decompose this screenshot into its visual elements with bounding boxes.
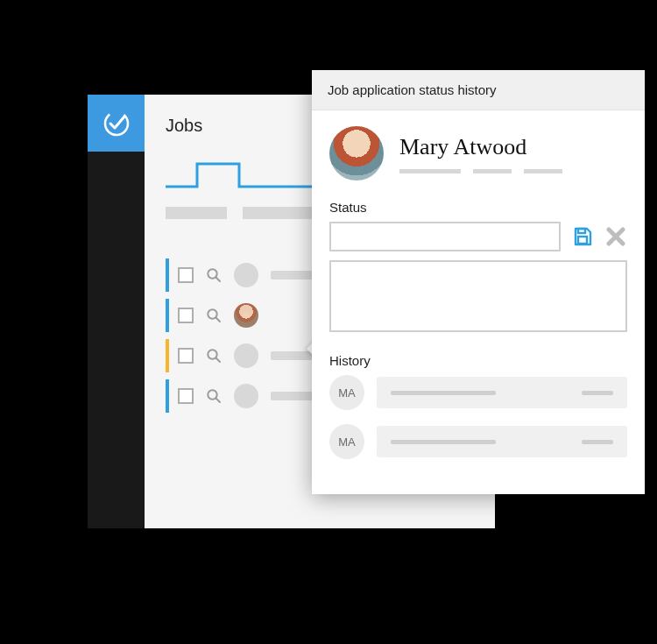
app-logo[interactable] (88, 95, 145, 152)
history-text-placeholder (391, 440, 496, 444)
row-checkbox[interactable] (178, 308, 194, 323)
svg-point-0 (102, 109, 131, 138)
row-checkbox[interactable] (178, 388, 194, 404)
save-button[interactable] (571, 225, 594, 248)
search-icon[interactable] (206, 267, 222, 283)
history-entry[interactable] (377, 426, 627, 457)
candidate-header: Mary Atwood (329, 126, 627, 180)
popover-title: Job application status history (312, 70, 645, 110)
row-checkbox[interactable] (178, 267, 194, 283)
svg-rect-10 (578, 237, 587, 244)
candidate-meta-placeholders (399, 169, 627, 173)
candidate-avatar[interactable] (234, 343, 258, 368)
history-item: MA (329, 375, 627, 410)
search-icon[interactable] (206, 348, 222, 364)
history-label: History (329, 353, 627, 368)
status-notes[interactable] (329, 260, 627, 332)
svg-line-8 (216, 399, 221, 403)
candidate-avatar[interactable] (234, 384, 258, 408)
search-icon[interactable] (206, 308, 222, 323)
candidate-avatar[interactable] (234, 263, 258, 287)
history-avatar: MA (329, 375, 364, 410)
history-meta-placeholder (582, 440, 613, 444)
svg-line-6 (216, 358, 221, 363)
candidate-avatar[interactable] (234, 303, 258, 328)
history-text-placeholder (391, 391, 496, 395)
history-entry[interactable] (377, 377, 627, 408)
svg-line-4 (216, 318, 221, 322)
svg-rect-9 (578, 229, 585, 233)
search-icon[interactable] (206, 388, 222, 404)
status-history-popover: Job application status history Mary Atwo… (312, 70, 645, 494)
close-icon (606, 227, 625, 246)
cancel-button[interactable] (604, 225, 627, 248)
checkmark-badge-icon (102, 109, 131, 138)
status-label: Status (329, 200, 627, 215)
sidebar (88, 95, 145, 528)
status-input[interactable] (329, 222, 561, 251)
history-item: MA (329, 424, 627, 459)
candidate-name: Mary Atwood (399, 134, 627, 160)
history-meta-placeholder (582, 391, 613, 395)
history-avatar: MA (329, 424, 364, 459)
candidate-avatar-large[interactable] (329, 126, 384, 180)
save-icon (572, 226, 593, 247)
svg-line-2 (216, 278, 221, 282)
row-checkbox[interactable] (178, 348, 194, 364)
